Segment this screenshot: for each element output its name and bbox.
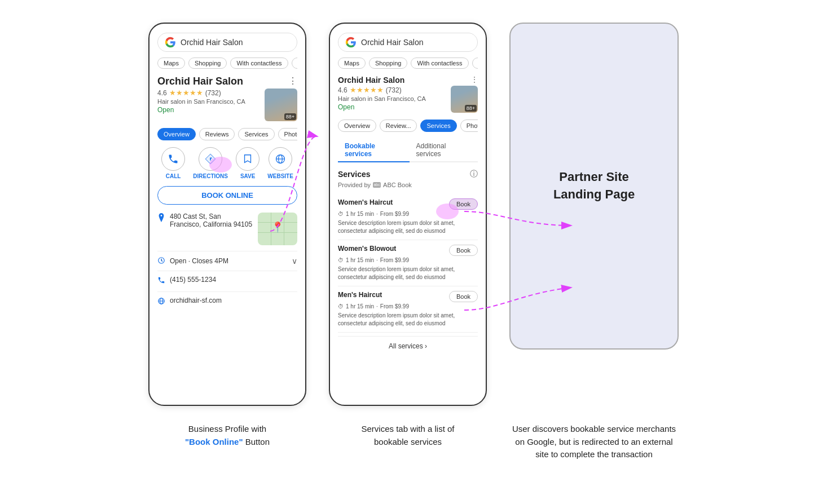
phone2-biz-card: Orchid Hair Salon 4.6 ★★★★★ (732) Hair s… xyxy=(338,76,478,113)
phone2-biz-status: Open xyxy=(338,103,451,111)
phone1-biz-card: Orchid Hair Salon 4.6 ★★★★★ (732) Hair s… xyxy=(157,76,297,121)
web-small-icon xyxy=(157,297,165,307)
phone-icon xyxy=(168,153,179,165)
abc-book-icon: abc xyxy=(373,182,381,188)
phone1-mini-map[interactable]: 📍 xyxy=(258,213,297,245)
partner-title: Partner SiteLanding Page xyxy=(553,169,635,204)
service-item-1-header: Women's Haircut Book xyxy=(338,198,478,210)
all-services-link[interactable]: All services › xyxy=(338,336,478,356)
map-pin-icon: 📍 xyxy=(271,221,284,233)
action-directions-label: DIRECTIONS xyxy=(193,173,228,179)
phone1-address-info: 480 Cast St, San Francisco, California 9… xyxy=(157,213,253,228)
caption-partner: User discovers bookable service merchant… xyxy=(509,423,679,461)
phone1-hours-row[interactable]: Open · Closes 4PM ∨ xyxy=(157,256,297,266)
action-call-circle xyxy=(161,147,185,171)
service-1-meta: ⏱ 1 hr 15 min · From $9.99 xyxy=(338,211,478,217)
service-2-desc: Service description lorem ipsum dolor si… xyxy=(338,266,478,281)
chip2-more[interactable]: M... xyxy=(472,58,478,69)
action-call[interactable]: CALL xyxy=(161,147,185,179)
caption-phone1-btn: Button xyxy=(245,437,270,446)
phone2-frame: Orchid Hair Salon Maps Shopping With con… xyxy=(329,23,487,406)
chip2-shopping[interactable]: Shopping xyxy=(369,58,408,69)
phone2-search-text: Orchid Hair Salon xyxy=(361,38,470,47)
service-item-3: Men's Haircut Book ⏱ 1 hr 15 min · From … xyxy=(338,286,478,333)
captions-row: Business Profile with "Book Online" Butt… xyxy=(11,417,816,461)
caption-phone2-line1: Services tab with a list of xyxy=(361,424,454,434)
chip-maps[interactable]: Maps xyxy=(157,58,185,69)
phone2-biz-name: Orchid Hair Salon xyxy=(338,76,451,85)
globe-icon xyxy=(275,153,286,165)
service-2-clock-icon: ⏱ xyxy=(338,257,344,263)
partner-box: Partner SiteLanding Page xyxy=(509,23,679,350)
abc-book-name: ABC Book xyxy=(383,182,412,188)
chevron-down-icon[interactable]: ∨ xyxy=(292,257,297,266)
phone2-stars-icon: ★★★★★ xyxy=(350,86,384,94)
phone1-search-text: Orchid Hair Salon xyxy=(181,38,290,47)
book-online-button[interactable]: BOOK ONLINE xyxy=(157,186,297,205)
phone2-wrapper: Orchid Hair Salon Maps Shopping With con… xyxy=(329,23,487,406)
action-directions[interactable]: DIRECTIONS xyxy=(193,147,228,179)
action-save-circle xyxy=(236,147,259,171)
phone1-rating-value: 4.6 xyxy=(157,89,167,97)
chip-contactless[interactable]: With contactless xyxy=(230,58,288,69)
tab2-reviews[interactable]: Review... xyxy=(380,120,417,132)
service-2-duration: 1 hr 15 min xyxy=(346,257,374,263)
phone2-biz-info: Orchid Hair Salon 4.6 ★★★★★ (732) Hair s… xyxy=(338,76,451,111)
tab-overview[interactable]: Overview xyxy=(157,128,196,140)
chip-shopping[interactable]: Shopping xyxy=(188,58,227,69)
action-website[interactable]: WEBSITE xyxy=(267,147,293,179)
tab2-photos[interactable]: Photo... xyxy=(460,120,478,132)
tab-reviews[interactable]: Reviews xyxy=(199,128,235,140)
book-button-2[interactable]: Book xyxy=(449,245,478,256)
phone1-tabs: Overview Reviews Services Photo... xyxy=(157,128,297,140)
phone2-tabs: Overview Review... Services Photo... xyxy=(338,120,478,132)
divider-2 xyxy=(157,271,297,271)
chip2-contactless[interactable]: With contactless xyxy=(411,58,468,69)
caption-phone2-line2: bookable services xyxy=(374,437,442,446)
phone1-stars-icon: ★★★★★ xyxy=(169,89,203,97)
info-circle-icon: ⓘ xyxy=(470,169,478,179)
phone1-address-row: 480 Cast St, San Francisco, California 9… xyxy=(157,213,297,245)
map-grid-v2 xyxy=(284,213,284,245)
action-save[interactable]: SAVE xyxy=(236,147,259,179)
service-3-clock-icon: ⏱ xyxy=(338,303,344,310)
phone2-three-dots-icon[interactable]: ⋮ xyxy=(471,76,478,83)
pin-icon xyxy=(157,213,165,222)
service-3-meta: ⏱ 1 hr 15 min · From $9.99 xyxy=(338,303,478,310)
phone1-search-bar[interactable]: Orchid Hair Salon xyxy=(157,33,297,52)
phone1-website-row: orchidhair-sf.com xyxy=(157,297,297,307)
tab2-overview[interactable]: Overview xyxy=(338,120,376,132)
divider-3 xyxy=(157,291,297,292)
phone1-action-row: CALL DIRECTIONS SAVE xyxy=(157,147,297,179)
phone2-search-bar[interactable]: Orchid Hair Salon xyxy=(338,33,478,52)
phone1-three-dots-icon[interactable]: ⋮ xyxy=(288,76,297,86)
service-2-dot: · xyxy=(376,257,378,263)
phone2-thumb-badge: 88+ xyxy=(465,105,477,112)
phone2-services-title: Services xyxy=(338,170,371,179)
phone1-address-text: 480 Cast St, San Francisco, California 9… xyxy=(170,213,253,228)
clock-svg xyxy=(157,257,165,264)
sub-tab-additional[interactable]: Additional services xyxy=(410,139,478,162)
phone1-hours-text: Open · Closes 4PM xyxy=(170,257,228,265)
chip-more[interactable]: M... xyxy=(292,58,298,69)
sub-tab-bookable[interactable]: Bookable services xyxy=(338,139,410,162)
book-button-3[interactable]: Book xyxy=(449,291,478,302)
tab2-services[interactable]: Services xyxy=(420,120,456,132)
action-website-label: WEBSITE xyxy=(267,173,293,179)
phone2-biz-rating: 4.6 ★★★★★ (732) xyxy=(338,86,451,94)
bookmark-icon xyxy=(243,153,253,165)
phone2-rating-value: 4.6 xyxy=(338,86,347,94)
partner-wrapper: Partner SiteLanding Page xyxy=(509,23,679,350)
google-logo-icon xyxy=(165,37,176,48)
phone1-website-text: orchidhair-sf.com xyxy=(170,297,222,304)
phone1-frame: Orchid Hair Salon Maps Shopping With con… xyxy=(148,23,306,406)
book-button-1[interactable]: Book xyxy=(449,198,478,210)
google-logo2-icon xyxy=(345,37,357,48)
tab-services[interactable]: Services xyxy=(238,128,274,140)
tab-photos[interactable]: Photo... xyxy=(278,128,297,140)
chip2-maps[interactable]: Maps xyxy=(338,58,366,69)
service-2-name: Women's Blowout xyxy=(338,245,396,253)
service-item-2: Women's Blowout Book ⏱ 1 hr 15 min · Fro… xyxy=(338,240,478,286)
phone-small-icon xyxy=(157,276,165,286)
service-3-name: Men's Haircut xyxy=(338,291,382,299)
